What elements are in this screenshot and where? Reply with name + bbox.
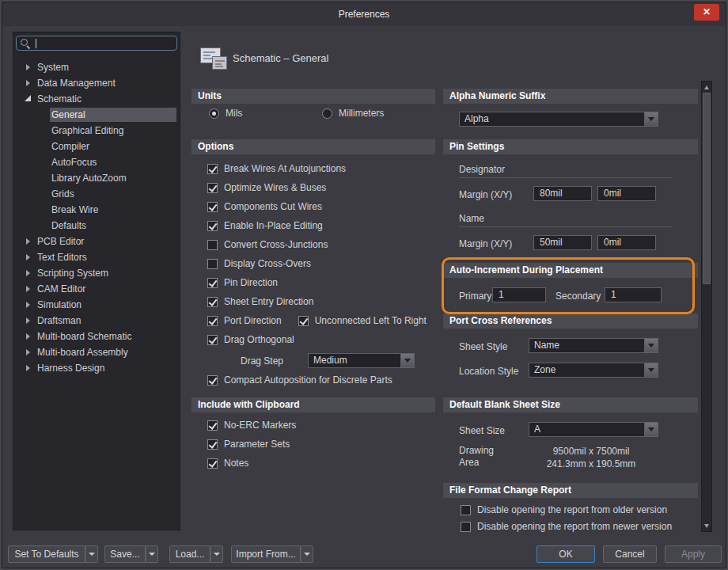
- tree-expand-icon[interactable]: [23, 283, 36, 294]
- tree-item[interactable]: Harness Design: [13, 360, 180, 376]
- checkbox-box[interactable]: [207, 183, 218, 193]
- tree-expand-icon[interactable]: [23, 347, 36, 358]
- checkbox-display-cross-overs[interactable]: Display Cross-Overs: [207, 256, 311, 271]
- apply-button[interactable]: Apply: [665, 545, 722, 563]
- checkbox-box[interactable]: [207, 278, 218, 288]
- tree-expand-icon[interactable]: [23, 331, 36, 342]
- close-button[interactable]: ✕: [694, 4, 719, 21]
- tree-expand-icon[interactable]: [23, 363, 36, 374]
- checkbox-box[interactable]: [461, 505, 471, 515]
- set-to-defaults-label[interactable]: Set To Defaults: [8, 545, 85, 563]
- tree-expand-icon[interactable]: [23, 315, 36, 326]
- primary-input[interactable]: 1: [492, 287, 546, 302]
- checkbox-box[interactable]: [207, 335, 218, 345]
- import-from-label[interactable]: Import From...: [231, 545, 301, 563]
- tree-expand-icon[interactable]: [23, 78, 36, 89]
- drag-step-dropdown[interactable]: Medium: [308, 353, 415, 368]
- tree-item[interactable]: Defaults: [13, 218, 180, 234]
- checkbox-box[interactable]: [207, 259, 218, 269]
- checkbox-disable-newer-report[interactable]: Disable opening the report from newer ve…: [461, 519, 672, 534]
- tree-item[interactable]: Draftsman: [13, 313, 180, 329]
- tree-item[interactable]: Multi-board Assembly: [13, 344, 180, 360]
- checkbox-box[interactable]: [207, 439, 218, 450]
- checkbox-pin-direction[interactable]: Pin Direction: [207, 276, 278, 290]
- tree-item[interactable]: CAM Editor: [13, 281, 180, 297]
- import-from-dropdown-arrow[interactable]: [301, 545, 313, 563]
- tree-item[interactable]: Scripting System: [13, 265, 180, 281]
- checkbox-box[interactable]: [207, 458, 218, 469]
- checkbox-disable-older-report[interactable]: Disable opening the report from older ve…: [461, 503, 667, 517]
- checkbox-notes[interactable]: Notes: [207, 456, 248, 470]
- checkbox-components-cut-wires[interactable]: Components Cut Wires: [207, 200, 322, 214]
- checkbox-box[interactable]: [207, 297, 218, 307]
- scroll-down-icon[interactable]: [702, 521, 711, 530]
- save-label[interactable]: Save...: [104, 545, 146, 563]
- tree-item[interactable]: AutoFocus: [13, 154, 180, 170]
- ok-button[interactable]: OK: [537, 545, 595, 563]
- tree-item[interactable]: Library AutoZoom: [13, 170, 180, 186]
- checkbox-drag-orthogonal[interactable]: Drag Orthogonal: [207, 332, 294, 347]
- checkbox-box[interactable]: [207, 420, 218, 431]
- tree-expand-icon[interactable]: [23, 268, 36, 279]
- tree-expand-icon[interactable]: [23, 252, 36, 263]
- search-box[interactable]: [16, 36, 177, 51]
- location-style-dropdown[interactable]: Zone: [529, 363, 658, 378]
- designator-margin-x-input[interactable]: 80mil: [533, 186, 592, 201]
- tree-item[interactable]: General: [13, 107, 180, 123]
- checkbox-box[interactable]: [461, 522, 471, 532]
- chevron-down-icon[interactable]: [644, 112, 658, 126]
- name-margin-x-input[interactable]: 50mil: [533, 235, 592, 250]
- alpha-suffix-dropdown[interactable]: Alpha: [459, 112, 658, 127]
- checkbox-box[interactable]: [207, 316, 218, 326]
- tree-item[interactable]: Text Editors: [13, 249, 180, 265]
- tree-expand-icon[interactable]: [23, 93, 36, 104]
- search-input[interactable]: [39, 37, 175, 49]
- checkbox-no-erc-markers[interactable]: No-ERC Markers: [207, 418, 296, 432]
- checkbox-break-wires[interactable]: Break Wires At Autojunctions: [207, 162, 346, 176]
- import-from-button[interactable]: Import From...: [231, 545, 313, 563]
- tree-expand-icon[interactable]: [23, 62, 36, 73]
- checkbox-parameter-sets[interactable]: Parameter Sets: [207, 437, 290, 451]
- sheet-style-dropdown[interactable]: Name: [529, 338, 658, 353]
- chevron-down-icon[interactable]: [644, 423, 658, 436]
- sheet-size-dropdown[interactable]: A: [529, 422, 658, 437]
- load-dropdown-arrow[interactable]: [210, 545, 223, 563]
- checkbox-compact-autoposition[interactable]: Compact Autoposition for Discrete Parts: [207, 373, 392, 387]
- vertical-scrollbar[interactable]: [701, 81, 712, 532]
- tree-item[interactable]: Break Wire: [13, 202, 180, 218]
- tree-item[interactable]: System: [13, 59, 180, 75]
- checkbox-box[interactable]: [207, 375, 218, 386]
- cancel-button[interactable]: Cancel: [603, 545, 657, 563]
- checkbox-box[interactable]: [207, 240, 218, 250]
- checkbox-convert-cross-junctions[interactable]: Convert Cross-Junctions: [207, 238, 328, 252]
- checkbox-optimize-wires[interactable]: Optimize Wires & Buses: [207, 180, 326, 195]
- checkbox-sheet-entry-direction[interactable]: Sheet Entry Direction: [207, 294, 313, 309]
- save-dropdown-arrow[interactable]: [146, 545, 158, 563]
- tree-item[interactable]: Simulation: [13, 297, 180, 313]
- tree-item[interactable]: Data Management: [13, 75, 180, 91]
- secondary-input[interactable]: 1: [605, 287, 662, 302]
- tree-item[interactable]: Grids: [13, 186, 180, 202]
- checkbox-enable-in-place[interactable]: Enable In-Place Editing: [207, 218, 323, 233]
- scrollbar-thumb[interactable]: [703, 93, 711, 284]
- set-to-defaults-dropdown-arrow[interactable]: [85, 545, 98, 563]
- tree-expand-icon[interactable]: [23, 236, 36, 247]
- tree-item[interactable]: PCB Editor: [13, 234, 180, 249]
- tree-item[interactable]: Multi-board Schematic: [13, 329, 180, 344]
- load-button[interactable]: Load...: [169, 545, 223, 563]
- checkbox-box[interactable]: [298, 316, 309, 326]
- radio-button[interactable]: [322, 108, 332, 119]
- chevron-down-icon[interactable]: [644, 363, 658, 377]
- radio-millimeters[interactable]: Millimeters: [322, 106, 384, 120]
- set-to-defaults-button[interactable]: Set To Defaults: [8, 545, 98, 563]
- chevron-down-icon[interactable]: [400, 354, 414, 367]
- designator-margin-y-input[interactable]: 0mil: [597, 186, 656, 201]
- checkbox-box[interactable]: [207, 221, 218, 231]
- scroll-up-icon[interactable]: [702, 82, 711, 92]
- load-label[interactable]: Load...: [169, 545, 210, 563]
- tree-item[interactable]: Schematic: [13, 91, 180, 107]
- save-button[interactable]: Save...: [104, 545, 158, 563]
- chevron-down-icon[interactable]: [644, 339, 658, 352]
- name-margin-y-input[interactable]: 0mil: [597, 235, 656, 250]
- tree-item[interactable]: Graphical Editing: [13, 123, 180, 139]
